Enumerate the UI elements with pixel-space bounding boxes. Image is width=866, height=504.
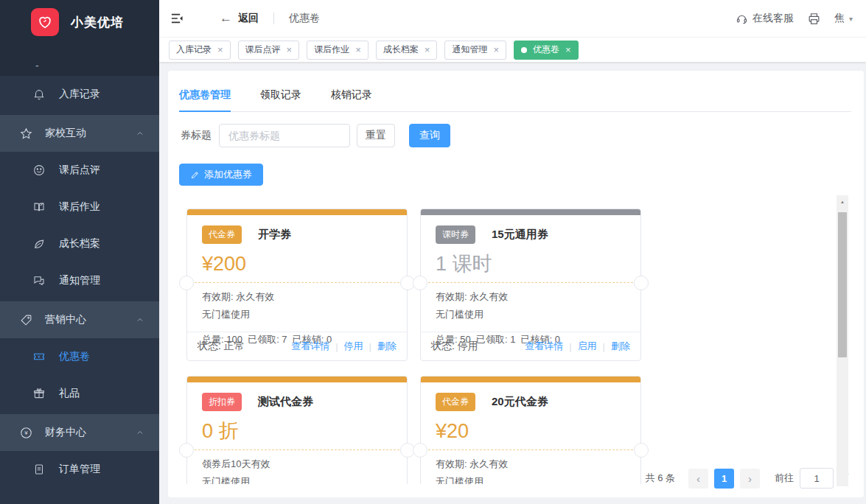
sidebar-section-caiwu-zhongxin[interactable]: ¥ 财务中心 <box>0 414 159 451</box>
coupon-title: 测试代金券 <box>258 395 313 409</box>
ticket-notch-left <box>413 276 427 290</box>
tab-redeem-records[interactable]: 核销记录 <box>331 83 372 111</box>
ticket-notch-left <box>179 443 194 458</box>
ticket-icon: ¥ <box>32 350 46 363</box>
sidebar-item-label: 成长档案 <box>59 237 100 251</box>
coupon-status: 状态: 正常 <box>198 340 245 353</box>
current-page-button[interactable]: 1 <box>714 469 734 489</box>
sidebar-item-kehou-zuoye[interactable]: 课后作业 <box>0 189 159 225</box>
scroll-up-arrow[interactable]: ▲ <box>837 195 848 208</box>
coupon-info: 有效期: 永久有效 无门槛使用 <box>421 283 640 323</box>
close-icon[interactable]: × <box>355 45 361 55</box>
delete-link[interactable]: 删除 <box>611 340 630 353</box>
svg-text:¥: ¥ <box>24 430 28 436</box>
svg-text:¥: ¥ <box>38 354 41 359</box>
sidebar-section-label: 家校互动 <box>45 127 86 140</box>
yen-icon: ¥ <box>19 426 32 439</box>
sidebar-item-tongzhi-guanli[interactable]: 通知管理 <box>0 262 159 299</box>
sidebar-item-ruku-jilu[interactable]: 入库记录 <box>0 76 159 113</box>
printer-icon[interactable] <box>807 12 821 26</box>
bell-icon <box>32 88 46 101</box>
sidebar-item-label: 课后作业 <box>59 200 100 214</box>
gift-icon <box>32 387 46 400</box>
goto-page-input[interactable] <box>800 468 834 489</box>
coupon-title-input[interactable] <box>219 124 350 147</box>
caret-down-icon: ▾ <box>849 15 853 23</box>
chevron-up-icon <box>136 315 144 324</box>
coupon-card: 课时券 15元通用券 1 课时 有效期: 永久有效 无门槛使用 总量: 50 已… <box>420 209 641 361</box>
homework-icon <box>32 200 46 214</box>
tab-claim-records[interactable]: 领取记录 <box>260 83 301 111</box>
close-icon[interactable]: × <box>493 45 499 55</box>
tag-tab-chengzhang-dangan[interactable]: 成长档案 × <box>376 41 438 60</box>
coupon-type-badge: 代金券 <box>202 225 242 244</box>
add-coupon-button[interactable]: 添加优惠券 <box>179 164 263 186</box>
sidebar-section-label: 营销中心 <box>45 313 86 326</box>
headset-icon <box>736 13 748 25</box>
goto-label: 前往 <box>775 472 794 485</box>
ticket-notch-left <box>179 276 194 290</box>
sidebar-item-label: 订单管理 <box>59 463 100 476</box>
coupon-info: 有效期: 永久有效 无门槛使用 <box>421 450 640 484</box>
coupon-card-topbar <box>421 377 640 382</box>
breadcrumb: 优惠卷 <box>289 12 320 25</box>
arrow-left-icon: ← <box>220 11 232 26</box>
coupon-card: 代金券 20元代金券 ¥20 有效期: 永久有效 无门槛使用 <box>420 376 641 484</box>
sidebar-item-label: 课后点评 <box>59 164 100 177</box>
tag-tab-kehou-dianping[interactable]: 课后点评 × <box>238 41 300 60</box>
coupon-type-badge: 课时券 <box>436 225 475 244</box>
close-icon[interactable]: × <box>565 45 571 55</box>
next-page-button[interactable]: › <box>740 469 760 489</box>
app-logo: 小美优培 <box>0 0 159 44</box>
sidebar-item-label: 优惠卷 <box>59 350 90 363</box>
sidebar-item-youhuijuan[interactable]: ¥ 优惠卷 <box>0 338 159 375</box>
app-title: 小美优培 <box>71 14 124 31</box>
close-icon[interactable]: × <box>217 45 223 55</box>
tab-coupon-management[interactable]: 优惠卷管理 <box>179 83 231 111</box>
view-detail-link[interactable]: 查看详情 <box>525 340 563 353</box>
chat-icon <box>32 274 46 287</box>
online-support-button[interactable]: 在线客服 <box>736 12 794 25</box>
delete-link[interactable]: 删除 <box>377 340 397 353</box>
search-button[interactable]: 查询 <box>409 124 450 147</box>
scrollbar-thumb[interactable] <box>838 212 847 357</box>
user-menu[interactable]: 焦 ▾ <box>834 12 853 25</box>
back-button[interactable]: ← 返回 <box>220 11 259 26</box>
sidebar-section-yingxiao-zhongxin[interactable]: 营销中心 <box>0 301 159 338</box>
tag-tabs-bar: 入库记录 × 课后点评 × 课后作业 × 成长档案 × 通知管理 × 优惠卷 × <box>159 37 866 62</box>
tag-tab-ruku-jilu[interactable]: 入库记录 × <box>169 41 231 60</box>
tag-tab-youhuijuan-active[interactable]: 优惠卷 × <box>514 41 579 60</box>
pagination: 共 6 条 ‹ 1 › 前往 页 <box>646 468 849 489</box>
tag-tab-kehou-zuoye[interactable]: 课后作业 × <box>307 41 369 60</box>
sidebar-item-chengzhang-dangan[interactable]: 成长档案 <box>0 225 159 262</box>
prev-page-button[interactable]: ‹ <box>688 469 708 489</box>
disable-link[interactable]: 停用 <box>344 340 363 353</box>
menu-fold-icon[interactable] <box>170 11 184 26</box>
ticket-notch-right <box>634 443 649 458</box>
star-icon <box>19 127 32 140</box>
sidebar-item-dingdan-guanli[interactable]: 订单管理 <box>0 451 159 488</box>
active-dot-icon <box>521 47 527 53</box>
ticket-perforation <box>187 449 407 450</box>
coupon-title-label: 券标题 <box>181 129 212 142</box>
ticket-notch-left <box>413 443 427 458</box>
chevron-up-icon <box>136 129 144 138</box>
sidebar-item-label: 入库记录 <box>59 88 100 101</box>
coupon-card-topbar <box>421 209 640 215</box>
enable-link[interactable]: 启用 <box>578 340 597 353</box>
sidebar-item-lipin[interactable]: 礼品 <box>0 375 159 412</box>
tag-tab-tongzhi-guanli[interactable]: 通知管理 × <box>444 41 506 60</box>
reset-button[interactable]: 重置 <box>357 124 395 147</box>
close-icon[interactable]: × <box>425 45 430 55</box>
top-navbar: ← 返回 优惠卷 在线客服 焦 ▾ <box>159 0 866 37</box>
chevron-up-icon <box>136 428 144 437</box>
pencil-icon <box>190 170 200 180</box>
coupon-title: 开学券 <box>258 228 291 242</box>
smiley-icon <box>32 164 46 177</box>
sidebar-section-jiaxiao-hudong[interactable]: 家校互动 <box>0 115 159 152</box>
view-detail-link[interactable]: 查看详情 <box>291 340 329 353</box>
sidebar-item-kehou-dianping[interactable]: 课后点评 <box>0 152 159 189</box>
pagination-total: 共 6 条 <box>646 472 675 485</box>
close-icon[interactable]: × <box>287 45 293 55</box>
coupon-card-topbar <box>187 377 407 382</box>
